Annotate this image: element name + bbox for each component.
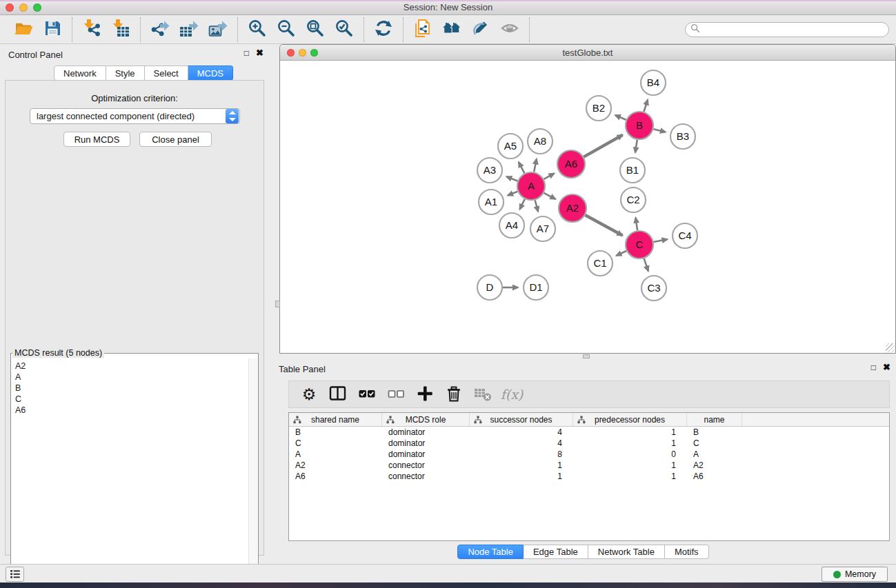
- refresh-button[interactable]: [369, 17, 398, 42]
- add-icon: [415, 384, 435, 405]
- edge-B-B2[interactable]: [615, 115, 626, 120]
- import-network-button[interactable]: [77, 17, 106, 42]
- import-table-button[interactable]: [106, 17, 135, 42]
- deselect-all-button[interactable]: [383, 382, 409, 407]
- function-builder-button[interactable]: f(x): [499, 382, 525, 407]
- column-header-MCDS-role[interactable]: MCDS role: [382, 413, 470, 426]
- tab-select[interactable]: Select: [145, 65, 188, 81]
- run-mcds-button[interactable]: Run MCDS: [63, 132, 130, 147]
- import-network-icon: [82, 19, 101, 40]
- edge-A-A2[interactable]: [544, 193, 556, 199]
- edge-C-C3[interactable]: [644, 258, 648, 271]
- tab-style[interactable]: Style: [106, 65, 145, 81]
- column-header-successor-nodes[interactable]: successor nodes: [470, 413, 573, 426]
- table-cell: 1: [573, 471, 687, 482]
- node-label-A5: A5: [504, 140, 517, 152]
- edge-A-A8[interactable]: [534, 159, 537, 172]
- add-button[interactable]: [412, 382, 438, 407]
- resize-grip-icon[interactable]: [886, 343, 895, 352]
- zoom-in-button[interactable]: [243, 17, 272, 42]
- table-cell: dominator: [382, 449, 470, 460]
- tab-edge-table[interactable]: Edge Table: [524, 545, 588, 559]
- mcds-result-item[interactable]: B: [15, 383, 248, 394]
- duplicate-network-button[interactable]: [408, 17, 437, 42]
- edge-A-A4[interactable]: [519, 199, 524, 210]
- table-cell: A6: [687, 471, 742, 482]
- table-cell: dominator: [382, 438, 470, 449]
- status-bar: Memory: [0, 564, 896, 582]
- delete-button[interactable]: [441, 382, 467, 407]
- edge-C-C1[interactable]: [616, 251, 626, 256]
- zoom-selected-button[interactable]: [330, 17, 359, 42]
- node-table[interactable]: shared nameMCDS rolesuccessor nodesprede…: [288, 412, 890, 541]
- table-row[interactable]: Adominator80A: [289, 449, 889, 460]
- delete-table-icon: [473, 384, 492, 405]
- result-scrollbar[interactable]: [248, 358, 257, 585]
- main-toolbar: [0, 15, 896, 44]
- edge-A6-B[interactable]: [584, 135, 622, 157]
- edge-A-A5[interactable]: [519, 162, 524, 173]
- edge-A2-C[interactable]: [585, 215, 622, 236]
- float-panel-icon[interactable]: □: [871, 363, 876, 372]
- home-button[interactable]: [437, 17, 466, 42]
- edge-A-A1[interactable]: [508, 192, 517, 196]
- network-canvas[interactable]: B4B2BB3A8A5A6A3B1AC2A1A2A4A7C4CC1C3DD1: [280, 61, 895, 353]
- mcds-result-item[interactable]: C: [15, 394, 248, 405]
- network-window: testGlobe.txt B4B2BB3A8A5A6A3B1AC2A1A2A4…: [279, 44, 896, 354]
- delete-table-button[interactable]: [470, 382, 496, 407]
- tab-node-table[interactable]: Node Table: [457, 545, 524, 559]
- splitter-handle[interactable]: [275, 301, 280, 307]
- titlebar: Session: New Session: [0, 0, 896, 15]
- task-history-button[interactable]: [6, 567, 24, 582]
- column-header-shared-name[interactable]: shared name: [289, 413, 382, 426]
- edge-B-B3[interactable]: [653, 129, 665, 132]
- tab-motifs[interactable]: Motifs: [665, 545, 709, 559]
- open-folder-button[interactable]: [9, 17, 38, 42]
- select-all-button[interactable]: [354, 382, 380, 407]
- tab-network[interactable]: Network: [54, 65, 106, 81]
- tab-network-table[interactable]: Network Table: [588, 545, 665, 559]
- table-panel-title: Table Panel: [279, 364, 326, 374]
- edge-A-A3[interactable]: [506, 176, 517, 181]
- zoom-fit-button[interactable]: [301, 17, 330, 42]
- table-row[interactable]: Bdominator41B: [289, 427, 889, 438]
- eye-button[interactable]: [495, 17, 524, 42]
- table-cell: A6: [289, 471, 382, 482]
- float-panel-icon[interactable]: □: [244, 49, 249, 57]
- export-table-button[interactable]: [175, 17, 203, 42]
- search-box[interactable]: [685, 22, 889, 37]
- close-panel-icon[interactable]: ✖: [256, 48, 263, 57]
- column-header-name[interactable]: name: [687, 413, 742, 426]
- memory-button[interactable]: Memory: [822, 567, 888, 582]
- edge-A-A7[interactable]: [535, 200, 539, 212]
- columns-button[interactable]: [325, 382, 351, 407]
- search-input[interactable]: [700, 23, 888, 36]
- annotation-toggle-button[interactable]: [466, 17, 495, 42]
- close-panel-button[interactable]: Close panel: [139, 132, 212, 147]
- export-network-button[interactable]: [146, 17, 175, 42]
- export-image-button[interactable]: [203, 17, 232, 42]
- edge-B-B1[interactable]: [635, 140, 637, 153]
- desktop-wallpaper-strip: [0, 582, 896, 588]
- edge-A-A6[interactable]: [544, 174, 554, 179]
- mcds-result-item[interactable]: A6: [15, 405, 248, 416]
- edge-C-C4[interactable]: [654, 239, 668, 242]
- table-cell: 1: [573, 460, 687, 471]
- save-button[interactable]: [38, 17, 67, 42]
- node-label-B2: B2: [593, 102, 605, 114]
- mcds-result-item[interactable]: A: [15, 372, 248, 383]
- deselect-all-icon: [386, 384, 406, 405]
- edge-C-C2[interactable]: [636, 218, 638, 230]
- table-cell: 4: [470, 438, 573, 449]
- gear-button[interactable]: ⚙: [296, 382, 322, 407]
- close-panel-icon[interactable]: ✖: [883, 363, 890, 372]
- table-row[interactable]: A6connector11A6: [289, 471, 889, 482]
- column-header-predecessor-nodes[interactable]: predecessor nodes: [573, 413, 687, 426]
- table-row[interactable]: Cdominator41C: [289, 438, 889, 449]
- mcds-result-item[interactable]: A2: [15, 361, 248, 372]
- zoom-out-button[interactable]: [272, 17, 301, 42]
- edge-B-B4[interactable]: [644, 100, 648, 112]
- table-row[interactable]: A2connector11A2: [289, 460, 889, 471]
- tab-mcds[interactable]: MCDS: [188, 65, 233, 81]
- criterion-dropdown[interactable]: largest connected component (directed): [30, 108, 240, 124]
